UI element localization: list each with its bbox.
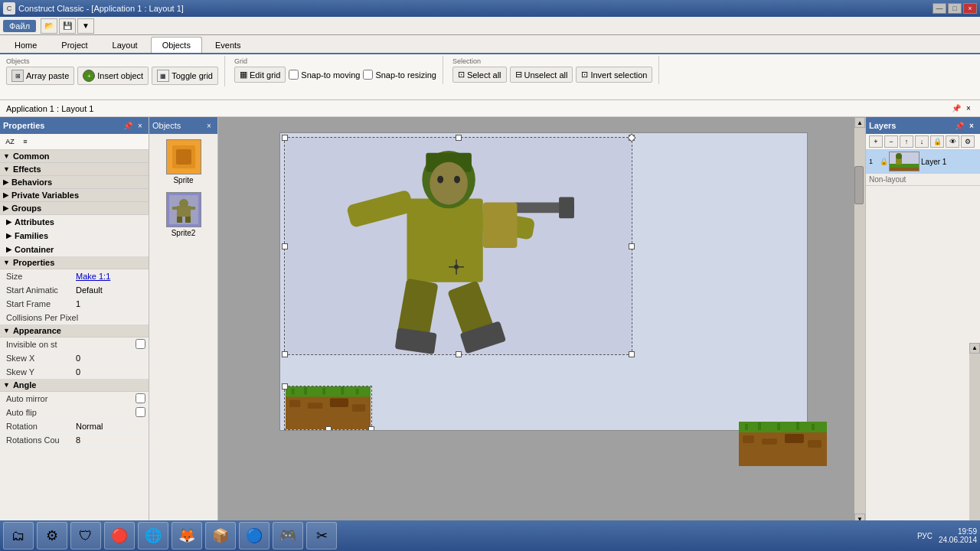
handle-mr[interactable] [629, 243, 635, 249]
unselect-all-button[interactable]: ⊟ Unselect all [510, 67, 573, 83]
breadcrumb-close-icon[interactable]: × [963, 103, 974, 114]
save-button[interactable]: 💾 [59, 18, 76, 34]
props-scroll[interactable]: ▼ Common ▼ Effects ▶ Behaviors ▶ Private… [0, 150, 149, 535]
breadcrumb-icons: 📌 × [951, 103, 974, 114]
ground-handle-tl[interactable] [282, 383, 288, 390]
ground-handle-bm[interactable] [325, 426, 332, 431]
vscroll-thumb[interactable] [854, 166, 864, 204]
taskbar-files-button[interactable]: 🗂 [3, 522, 34, 549]
tab-project[interactable]: Project [50, 37, 99, 53]
section-angle[interactable]: ▼ Angle [0, 379, 149, 392]
ground-handle-br[interactable] [368, 426, 374, 431]
maximize-button[interactable]: □ [948, 3, 962, 14]
handle-br[interactable] [629, 351, 635, 357]
canvas-area[interactable]: ▲ [218, 117, 865, 535]
svg-rect-8 [172, 207, 178, 210]
props-category-button[interactable]: ≡ [18, 135, 32, 148]
open-button[interactable]: 📂 [41, 18, 57, 34]
taskbar-skype-button[interactable]: 🔵 [239, 522, 270, 549]
section-appearance-label: Appearance [13, 326, 61, 335]
layers-close-icon[interactable]: × [966, 120, 977, 131]
handle-ml[interactable] [282, 243, 288, 249]
dropdown-button[interactable]: ▼ [77, 18, 94, 34]
start-frame-value: 1 [76, 299, 145, 308]
edit-grid-button[interactable]: ▦ Edit grid [234, 67, 286, 83]
tab-events[interactable]: Events [204, 37, 253, 53]
object-sprite2[interactable]: Sprite2 [157, 190, 211, 240]
handle-bm[interactable] [456, 351, 462, 357]
svg-rect-31 [289, 399, 300, 407]
handle-bl[interactable] [282, 351, 288, 357]
layout-canvas[interactable] [279, 132, 808, 431]
tab-home[interactable]: Home [3, 37, 48, 53]
taskbar-firefox-button[interactable]: 🦊 [172, 522, 202, 549]
breadcrumb-pin-icon[interactable]: 📌 [951, 103, 962, 114]
handle-tl[interactable] [282, 135, 288, 141]
section-behaviors[interactable]: ▶ Behaviors [0, 176, 149, 189]
object-sprite[interactable]: Sprite [157, 137, 211, 187]
layers-scroll-up[interactable]: ▲ [969, 343, 980, 354]
taskbar-network-button[interactable]: 🌐 [138, 522, 168, 549]
section-groups[interactable]: ▶ Groups [0, 202, 149, 215]
section-private-vars[interactable]: ▶ Private Variables [0, 189, 149, 202]
container-section[interactable]: ▶ Container [6, 245, 145, 254]
size-value[interactable]: Make 1:1 [76, 272, 145, 281]
taskbar-shield-button[interactable]: 🛡 [70, 522, 101, 549]
properties-pin-icon[interactable]: 📌 [122, 120, 133, 131]
objects-close-icon[interactable]: × [204, 120, 214, 131]
layer-lock-button[interactable]: 🔒 [930, 135, 944, 148]
canvas-vscroll[interactable]: ▲ ▼ [854, 117, 865, 524]
properties-close-icon[interactable]: × [135, 120, 145, 131]
sprite-selected[interactable] [284, 137, 632, 355]
minimize-button[interactable]: — [933, 3, 946, 14]
layer-thumbnail [889, 152, 920, 171]
layer-prop-button[interactable]: ⚙ [961, 135, 975, 148]
invisible-checkbox[interactable] [136, 339, 145, 349]
handle-tm[interactable] [456, 135, 462, 141]
layer-item-1[interactable]: 1 🔒 Layer 1 [866, 150, 980, 174]
snap-moving-checkbox[interactable] [289, 70, 299, 80]
invert-selection-button[interactable]: ⊡ Invert selection [576, 67, 652, 83]
layer-down-button[interactable]: ↓ [915, 135, 929, 148]
layers-pin-icon[interactable]: 📌 [954, 120, 965, 131]
select-all-button[interactable]: ⊡ Select all [452, 67, 507, 83]
families-section[interactable]: ▶ Families [6, 231, 145, 240]
sprite-thumb [166, 139, 201, 174]
collisions-label: Collisions Per Pixel [6, 313, 145, 322]
taskbar-settings-button[interactable]: ⚙ [37, 522, 67, 549]
attributes-section[interactable]: ▶ Attributes [6, 217, 145, 227]
auto-mirror-checkbox[interactable] [136, 393, 145, 403]
tab-layout[interactable]: Layout [101, 37, 149, 53]
snap-resizing-check[interactable]: Snap-to resizing [363, 67, 436, 83]
title-bar: C Construct Classic - [Application 1 : L… [0, 0, 980, 17]
sprite-label: Sprite [173, 176, 193, 184]
section-properties[interactable]: ▼ Properties [0, 256, 149, 269]
taskbar-power-button[interactable]: 🔴 [104, 522, 135, 549]
taskbar-app1-button[interactable]: 📦 [205, 522, 236, 549]
ground-platform-right[interactable] [739, 422, 827, 466]
ground-platform-selected[interactable] [284, 386, 372, 430]
section-common[interactable]: ▼ Common [0, 150, 149, 163]
taskbar-game-button[interactable]: 🎮 [273, 522, 303, 549]
auto-flip-checkbox[interactable] [136, 407, 145, 417]
layer-delete-button[interactable]: − [884, 135, 898, 148]
layer-visible-button[interactable]: 👁 [946, 135, 959, 148]
section-appearance[interactable]: ▼ Appearance [0, 324, 149, 337]
tab-objects[interactable]: Objects [151, 37, 202, 53]
scroll-up-button[interactable]: ▲ [854, 117, 865, 128]
file-menu[interactable]: Файл [3, 20, 36, 32]
taskbar-scissors-button[interactable]: ✂ [306, 522, 337, 549]
props-sort-az-button[interactable]: AZ [3, 135, 17, 148]
layers-vscroll[interactable]: ▲ ▼ [969, 343, 980, 536]
svg-rect-33 [330, 398, 348, 407]
toggle-grid-button[interactable]: ▦ Toggle grid [152, 67, 218, 85]
snap-moving-check[interactable]: Snap-to moving [289, 67, 360, 83]
section-effects[interactable]: ▼ Effects [0, 163, 149, 176]
array-paste-button[interactable]: ⊞ Array paste [6, 67, 74, 85]
layer-add-button[interactable]: + [869, 135, 883, 148]
snap-resizing-checkbox[interactable] [363, 70, 373, 80]
taskbar-date-value: 24.06.2014 [939, 536, 977, 544]
layer-up-button[interactable]: ↑ [900, 135, 913, 148]
close-button[interactable]: × [963, 3, 977, 14]
insert-object-button[interactable]: + Insert object [77, 67, 149, 85]
